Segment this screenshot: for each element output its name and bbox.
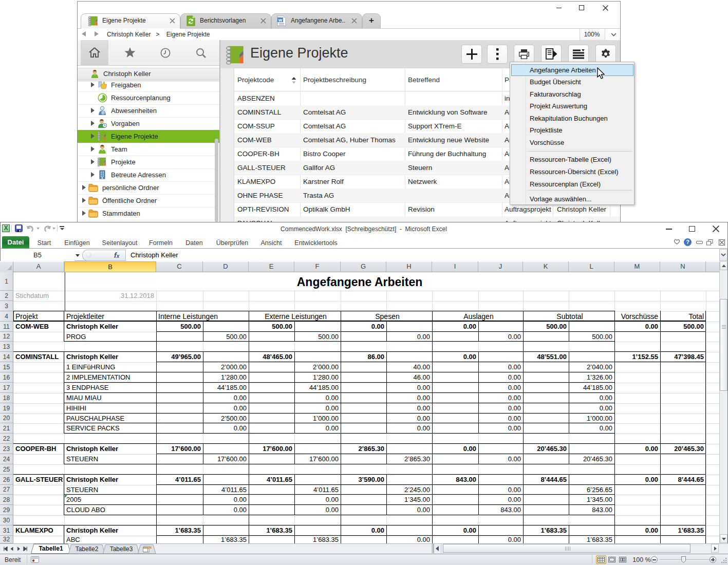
- svg-text:W: W: [278, 18, 283, 23]
